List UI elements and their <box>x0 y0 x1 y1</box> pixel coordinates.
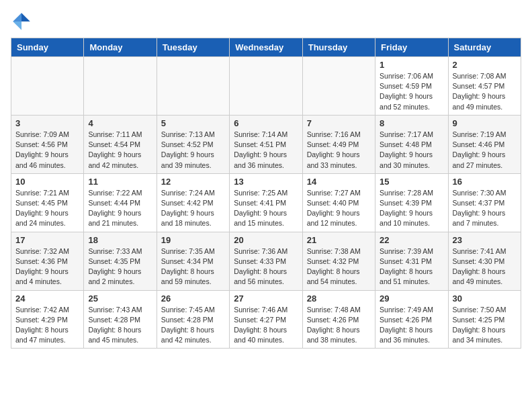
day-number: 14 <box>307 177 371 187</box>
calendar-day: 13Sunrise: 7:25 AM Sunset: 4:41 PM Dayli… <box>230 173 302 232</box>
day-info: Sunrise: 7:09 AM Sunset: 4:56 PM Dayligh… <box>15 130 79 171</box>
day-info: Sunrise: 7:39 AM Sunset: 4:31 PM Dayligh… <box>380 246 443 287</box>
day-number: 13 <box>234 177 298 187</box>
calendar-day: 26Sunrise: 7:45 AM Sunset: 4:28 PM Dayli… <box>157 290 229 349</box>
column-header-wednesday: Wednesday <box>230 38 302 57</box>
calendar-day: 15Sunrise: 7:28 AM Sunset: 4:39 PM Dayli… <box>375 173 448 232</box>
day-info: Sunrise: 7:35 AM Sunset: 4:34 PM Dayligh… <box>161 246 225 287</box>
day-info: Sunrise: 7:32 AM Sunset: 4:36 PM Dayligh… <box>15 246 79 287</box>
day-info: Sunrise: 7:08 AM Sunset: 4:57 PM Dayligh… <box>453 71 517 112</box>
day-number: 25 <box>88 293 152 304</box>
day-info: Sunrise: 7:48 AM Sunset: 4:26 PM Dayligh… <box>307 305 371 346</box>
calendar-day <box>157 57 229 116</box>
day-info: Sunrise: 7:06 AM Sunset: 4:59 PM Dayligh… <box>380 71 443 112</box>
day-number: 24 <box>15 293 79 304</box>
day-number: 12 <box>161 177 225 187</box>
calendar-day: 21Sunrise: 7:38 AM Sunset: 4:32 PM Dayli… <box>302 232 375 290</box>
day-number: 15 <box>380 177 443 187</box>
day-number: 28 <box>307 293 371 304</box>
calendar-day: 8Sunrise: 7:17 AM Sunset: 4:48 PM Daylig… <box>375 115 448 173</box>
day-number: 21 <box>307 235 371 245</box>
calendar-table: SundayMondayTuesdayWednesdayThursdayFrid… <box>11 38 521 349</box>
day-number: 6 <box>234 118 298 128</box>
day-number: 17 <box>15 235 79 245</box>
day-number: 23 <box>453 235 517 245</box>
calendar-week-row: 17Sunrise: 7:32 AM Sunset: 4:36 PM Dayli… <box>11 232 521 290</box>
calendar-day: 28Sunrise: 7:48 AM Sunset: 4:26 PM Dayli… <box>302 290 375 349</box>
day-info: Sunrise: 7:11 AM Sunset: 4:54 PM Dayligh… <box>88 130 152 171</box>
day-info: Sunrise: 7:16 AM Sunset: 4:49 PM Dayligh… <box>307 130 371 171</box>
calendar-day: 4Sunrise: 7:11 AM Sunset: 4:54 PM Daylig… <box>84 115 157 173</box>
day-info: Sunrise: 7:33 AM Sunset: 4:35 PM Dayligh… <box>88 246 152 287</box>
calendar-day: 3Sunrise: 7:09 AM Sunset: 4:56 PM Daylig… <box>11 115 84 173</box>
day-number: 20 <box>234 235 298 245</box>
calendar-day: 14Sunrise: 7:27 AM Sunset: 4:40 PM Dayli… <box>302 173 375 232</box>
calendar-day: 23Sunrise: 7:41 AM Sunset: 4:30 PM Dayli… <box>448 232 521 290</box>
calendar-day: 11Sunrise: 7:22 AM Sunset: 4:44 PM Dayli… <box>84 173 157 232</box>
day-number: 4 <box>88 118 152 128</box>
day-info: Sunrise: 7:36 AM Sunset: 4:33 PM Dayligh… <box>234 246 298 287</box>
calendar-day <box>11 57 84 116</box>
calendar-header-row: SundayMondayTuesdayWednesdayThursdayFrid… <box>11 38 521 57</box>
column-header-monday: Monday <box>84 38 157 57</box>
calendar-day: 22Sunrise: 7:39 AM Sunset: 4:31 PM Dayli… <box>375 232 448 290</box>
logo <box>11 11 35 32</box>
day-info: Sunrise: 7:50 AM Sunset: 4:25 PM Dayligh… <box>453 305 517 346</box>
column-header-sunday: Sunday <box>11 38 84 57</box>
day-info: Sunrise: 7:42 AM Sunset: 4:29 PM Dayligh… <box>15 305 79 346</box>
day-number: 2 <box>453 60 517 70</box>
day-info: Sunrise: 7:24 AM Sunset: 4:42 PM Dayligh… <box>161 188 225 229</box>
calendar-day: 1Sunrise: 7:06 AM Sunset: 4:59 PM Daylig… <box>375 57 448 116</box>
day-number: 22 <box>380 235 443 245</box>
calendar-day: 18Sunrise: 7:33 AM Sunset: 4:35 PM Dayli… <box>84 232 157 290</box>
calendar-day: 16Sunrise: 7:30 AM Sunset: 4:37 PM Dayli… <box>448 173 521 232</box>
day-info: Sunrise: 7:21 AM Sunset: 4:45 PM Dayligh… <box>15 188 79 229</box>
calendar-day <box>84 57 157 116</box>
calendar-day: 29Sunrise: 7:49 AM Sunset: 4:26 PM Dayli… <box>375 290 448 349</box>
svg-marker-0 <box>21 13 30 21</box>
calendar-day: 12Sunrise: 7:24 AM Sunset: 4:42 PM Dayli… <box>157 173 229 232</box>
calendar-day: 17Sunrise: 7:32 AM Sunset: 4:36 PM Dayli… <box>11 232 84 290</box>
day-number: 7 <box>307 118 371 128</box>
day-number: 29 <box>380 293 443 304</box>
calendar-day <box>230 57 302 116</box>
calendar-day: 27Sunrise: 7:46 AM Sunset: 4:27 PM Dayli… <box>230 290 302 349</box>
calendar-week-row: 24Sunrise: 7:42 AM Sunset: 4:29 PM Dayli… <box>11 290 521 349</box>
day-info: Sunrise: 7:25 AM Sunset: 4:41 PM Dayligh… <box>234 188 298 229</box>
day-number: 16 <box>453 177 517 187</box>
calendar-day: 2Sunrise: 7:08 AM Sunset: 4:57 PM Daylig… <box>448 57 521 116</box>
svg-marker-2 <box>13 21 21 30</box>
calendar-day: 30Sunrise: 7:50 AM Sunset: 4:25 PM Dayli… <box>448 290 521 349</box>
calendar-day <box>302 57 375 116</box>
column-header-friday: Friday <box>375 38 448 57</box>
day-info: Sunrise: 7:30 AM Sunset: 4:37 PM Dayligh… <box>453 188 517 229</box>
day-info: Sunrise: 7:22 AM Sunset: 4:44 PM Dayligh… <box>88 188 152 229</box>
calendar-day: 19Sunrise: 7:35 AM Sunset: 4:34 PM Dayli… <box>157 232 229 290</box>
day-info: Sunrise: 7:49 AM Sunset: 4:26 PM Dayligh… <box>380 305 443 346</box>
day-number: 18 <box>88 235 152 245</box>
calendar-day: 24Sunrise: 7:42 AM Sunset: 4:29 PM Dayli… <box>11 290 84 349</box>
calendar-day: 5Sunrise: 7:13 AM Sunset: 4:52 PM Daylig… <box>157 115 229 173</box>
day-info: Sunrise: 7:38 AM Sunset: 4:32 PM Dayligh… <box>307 246 371 287</box>
day-number: 9 <box>453 118 517 128</box>
day-number: 30 <box>453 293 517 304</box>
calendar-day: 6Sunrise: 7:14 AM Sunset: 4:51 PM Daylig… <box>230 115 302 173</box>
calendar-day: 25Sunrise: 7:43 AM Sunset: 4:28 PM Dayli… <box>84 290 157 349</box>
day-number: 5 <box>161 118 225 128</box>
calendar-day: 9Sunrise: 7:19 AM Sunset: 4:46 PM Daylig… <box>448 115 521 173</box>
day-info: Sunrise: 7:27 AM Sunset: 4:40 PM Dayligh… <box>307 188 371 229</box>
day-info: Sunrise: 7:41 AM Sunset: 4:30 PM Dayligh… <box>453 246 517 287</box>
day-info: Sunrise: 7:28 AM Sunset: 4:39 PM Dayligh… <box>380 188 443 229</box>
day-number: 10 <box>15 177 79 187</box>
calendar-week-row: 1Sunrise: 7:06 AM Sunset: 4:59 PM Daylig… <box>11 57 521 116</box>
day-number: 19 <box>161 235 225 245</box>
calendar-week-row: 3Sunrise: 7:09 AM Sunset: 4:56 PM Daylig… <box>11 115 521 173</box>
day-number: 27 <box>234 293 298 304</box>
calendar-day: 7Sunrise: 7:16 AM Sunset: 4:49 PM Daylig… <box>302 115 375 173</box>
page-header <box>11 11 521 32</box>
calendar-week-row: 10Sunrise: 7:21 AM Sunset: 4:45 PM Dayli… <box>11 173 521 232</box>
column-header-thursday: Thursday <box>302 38 375 57</box>
day-number: 8 <box>380 118 443 128</box>
day-info: Sunrise: 7:46 AM Sunset: 4:27 PM Dayligh… <box>234 305 298 346</box>
day-number: 26 <box>161 293 225 304</box>
